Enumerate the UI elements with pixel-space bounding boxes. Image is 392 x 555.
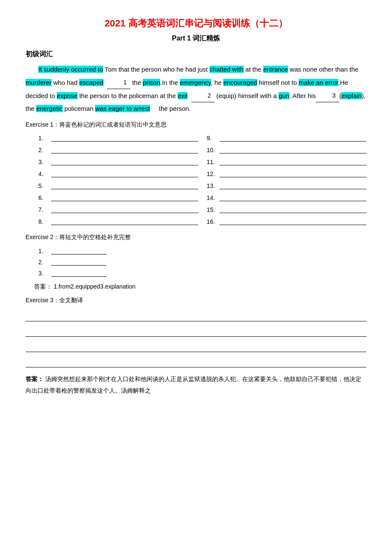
- list-item: 4.: [38, 169, 198, 179]
- trans-line: [26, 339, 366, 352]
- exercise3-title: Exercise 3：全文翻译: [26, 297, 366, 304]
- answer-text: 1.from2.equipped3.explanation: [54, 283, 135, 290]
- highlight-entrance: entrance: [263, 66, 288, 73]
- trans-line: [26, 309, 366, 321]
- list-item: 6.: [38, 193, 198, 203]
- list-item: 2.: [38, 145, 198, 155]
- list-item: 2.: [38, 257, 366, 268]
- blank2: 2: [191, 89, 215, 102]
- list-item: 1.: [38, 133, 198, 143]
- answer-content: 汤姆突然想起来那个刚才在入口处和他闲谈的人正是从监狱逃脱的杀人犯。在这紧要关头，…: [26, 376, 361, 394]
- highlight-chatted: chatted with: [210, 66, 244, 73]
- highlight-eager: was eager to arrest: [95, 105, 150, 112]
- list-item: 3.: [38, 268, 366, 279]
- highlight-emergency: emergency: [180, 79, 211, 86]
- trans-line: [26, 355, 366, 367]
- list-item: 12.: [207, 169, 366, 179]
- page-title: 2021 高考英语词汇串记与阅读训练（十二）: [26, 17, 366, 30]
- highlight-prison: prison: [143, 79, 160, 86]
- highlight-exit: exit: [178, 92, 187, 99]
- exercise2-answer: 答案： 1.from2.equipped3.explanation: [34, 283, 366, 291]
- part-title: Part 1 词汇精炼: [26, 34, 366, 43]
- blank3: 3: [316, 89, 339, 102]
- list-item: 11.: [207, 157, 366, 167]
- exercise2-title: Exercise 2：将短文中的空格处补充完整: [26, 234, 366, 241]
- list-item: 15.: [207, 205, 366, 215]
- highlight-encouraged: encouraged: [223, 79, 257, 86]
- answer-label: 答案：: [34, 283, 52, 290]
- highlight-murderer: murderer: [26, 79, 52, 86]
- list-item: 1.: [38, 246, 366, 257]
- highlight-energetic: energetic: [36, 105, 63, 112]
- highlight-expose: expose: [57, 92, 77, 99]
- translation-lines: [26, 309, 366, 367]
- exercise2-items: 1. 2. 3.: [38, 246, 366, 279]
- list-item: 5.: [38, 181, 198, 191]
- highlight-escaped: escaped: [79, 79, 104, 86]
- exercise1-title: Exercise 1：将蓝色标记的词汇或者短语写出中文意思: [26, 121, 366, 129]
- blank1: 1: [107, 76, 130, 89]
- list-item: 7.: [38, 205, 198, 215]
- list-item: 9.: [207, 133, 366, 143]
- highlight-make-error: make an error: [299, 79, 338, 86]
- highlight-explain: explain: [341, 92, 362, 99]
- answer-label: 答案：: [26, 376, 45, 382]
- list-item: 16.: [207, 217, 366, 227]
- section-title: 初级词汇: [26, 50, 366, 59]
- highlight-gun: gun: [279, 92, 289, 99]
- answer-section: 答案： 汤姆突然想起来那个刚才在入口处和他闲谈的人正是从监狱逃脱的杀人犯。在这紧…: [26, 373, 366, 396]
- exercise1-grid: 1. 9. 2. 10. 3. 11. 4. 12. 5. 13. 6.: [38, 133, 366, 227]
- list-item: 13.: [207, 181, 366, 191]
- passage: It suddenly occurred to Tom that the per…: [26, 63, 366, 115]
- highlight-occurred: It suddenly occurred to: [38, 66, 103, 73]
- list-item: 14.: [207, 193, 366, 203]
- list-item: 10.: [207, 145, 366, 155]
- list-item: 3.: [38, 157, 198, 167]
- trans-line: [26, 324, 366, 337]
- list-item: 8.: [38, 217, 198, 227]
